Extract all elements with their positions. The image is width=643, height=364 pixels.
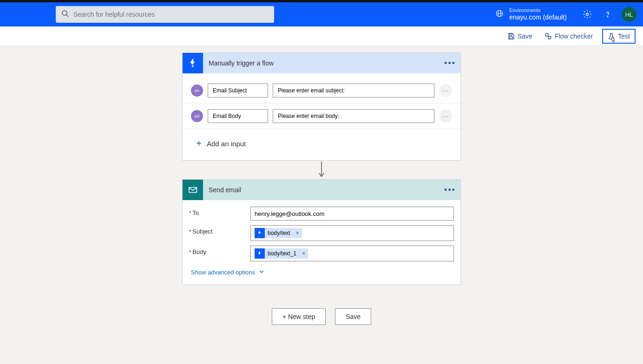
token-text: body/text [265,230,293,236]
input-row-menu[interactable]: ··· [439,84,452,97]
field-row-subject: Subject body/text × [189,225,454,241]
trigger-body: aA ··· aA ··· + Add an input [183,73,460,160]
svg-point-12 [192,65,194,67]
environment-value: enayu.com (default) [509,13,567,21]
subject-input[interactable]: body/text × [250,225,454,241]
trigger-input-row: aA ··· [183,104,460,129]
dynamic-token[interactable]: body/text_1 × [255,248,308,259]
body-input[interactable]: body/text_1 × [250,246,454,261]
new-step-button[interactable]: + New step [272,308,326,325]
command-bar: Save Flow checker Test [0,26,643,46]
subject-label: Subject [189,225,250,235]
body-label: Body [189,246,250,255]
mail-icon [183,180,203,200]
settings-button[interactable] [580,7,595,22]
test-button[interactable]: Test [602,29,636,44]
action-title: Send email [209,186,241,194]
avatar[interactable]: HL [622,7,636,22]
test-label: Test [618,32,630,40]
trigger-icon [183,53,203,73]
flow-checker-button[interactable]: Flow checker [542,31,596,42]
to-value: henry.legge@outlook.com [255,210,324,217]
advanced-options-label: Show advanced options [191,269,255,276]
text-type-icon: aA [191,84,203,97]
input-prompt-field[interactable] [273,84,434,98]
text-type-icon: aA [191,110,203,122]
svg-rect-7 [510,33,512,35]
search-input[interactable] [73,11,269,18]
action-body: To henry.legge@outlook.com Subject body/… [183,200,460,285]
add-input-button[interactable]: + Add an input [183,129,460,159]
global-header: Environments enayu.com (default) HL [0,2,643,26]
input-row-menu[interactable]: ··· [439,110,452,123]
to-label: To [189,207,250,216]
input-name-field[interactable] [208,109,268,123]
connector-arrow[interactable] [318,161,325,179]
trigger-input-row: aA ··· [183,78,460,104]
show-advanced-options[interactable]: Show advanced options [191,269,264,276]
svg-point-0 [62,11,67,15]
trigger-menu-button[interactable]: ••• [444,53,456,73]
trigger-title: Manually trigger a flow [209,59,274,67]
save-flow-button[interactable]: Save [335,308,371,325]
token-text: body/text_1 [265,250,299,257]
dynamic-token[interactable]: body/text × [255,228,302,238]
svg-line-1 [66,15,68,17]
environment-picker[interactable]: Environments enayu.com (default) [509,7,567,21]
token-trigger-icon [255,228,265,238]
save-button[interactable]: Save [505,31,535,42]
environment-icon [495,9,504,20]
action-card: Send email ••• To henry.legge@outlook.co… [182,179,461,285]
trigger-card: Manually trigger a flow ••• aA ··· aA ··… [182,52,461,161]
help-button[interactable] [600,7,615,22]
add-input-label: Add an input [207,140,246,148]
action-menu-button[interactable]: ••• [444,180,456,200]
footer-buttons: + New step Save [272,308,371,325]
chevron-down-icon [259,269,264,276]
trigger-card-header[interactable]: Manually trigger a flow ••• [183,53,460,73]
environment-label: Environments [509,7,567,13]
save-label: Save [518,32,532,40]
svg-point-5 [586,13,589,16]
search-box[interactable] [56,6,274,23]
action-card-header[interactable]: Send email ••• [183,180,460,200]
token-remove[interactable]: × [299,250,308,257]
field-row-to: To henry.legge@outlook.com [189,207,454,221]
designer-canvas: Manually trigger a flow ••• aA ··· aA ··… [0,46,643,344]
svg-point-6 [607,16,608,17]
token-remove[interactable]: × [293,230,302,236]
input-prompt-field[interactable] [273,109,434,123]
svg-rect-8 [510,37,512,39]
plus-icon: + [196,138,202,149]
token-trigger-icon [255,248,265,259]
input-name-field[interactable] [208,84,268,98]
flow-checker-label: Flow checker [555,32,593,40]
field-row-body: Body body/text_1 × [189,246,454,261]
to-input[interactable]: henry.legge@outlook.com [250,207,454,221]
search-icon [61,10,69,19]
